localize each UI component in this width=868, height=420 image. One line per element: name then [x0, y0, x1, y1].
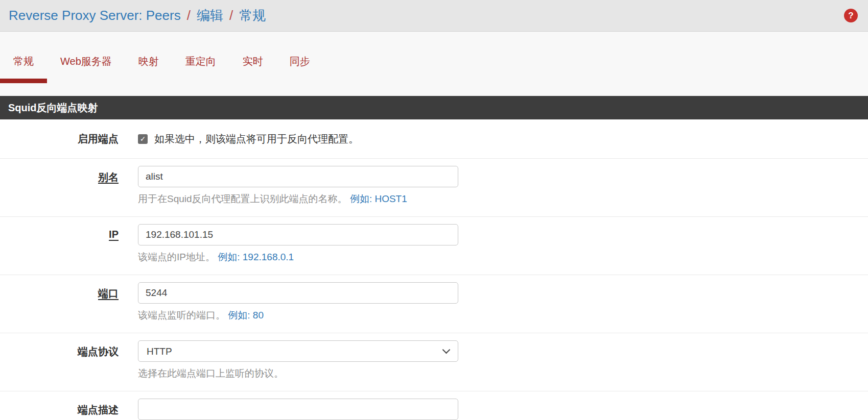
breadcrumb-link-general[interactable]: 常规 — [239, 7, 266, 24]
tab-sync[interactable]: 同步 — [276, 55, 323, 83]
ip-help-text: 该端点的IP地址。 — [138, 252, 215, 262]
port-label: 端口 — [0, 282, 127, 322]
protocol-label: 端点协议 — [0, 340, 127, 380]
form-row-description: 端点描述 端点的描述说明(可选) — [0, 391, 868, 420]
panel-body: 启用端点 ✓ 如果选中，则该端点将可用于反向代理配置。 别名 用于在Squid反… — [0, 119, 868, 420]
alias-input[interactable] — [138, 166, 458, 187]
alias-help-text: 用于在Squid反向代理配置上识别此端点的名称。 — [138, 193, 347, 204]
top-bar: Reverse Proxy Server: Peers / 编辑 / 常规 ? — [0, 0, 868, 32]
port-help-text: 该端点监听的端口。 — [138, 310, 225, 320]
tab-redirects[interactable]: 重定向 — [172, 55, 229, 83]
squid-peer-panel: Squid反向端点映射 启用端点 ✓ 如果选中，则该端点将可用于反向代理配置。 … — [0, 96, 868, 420]
tab-mappings[interactable]: 映射 — [125, 55, 172, 83]
ip-label-text: IP — [109, 229, 119, 240]
port-help: 该端点监听的端口。 例如: 80 — [138, 309, 458, 322]
form-row-protocol: 端点协议 HTTP 选择在此端点端口上监听的协议。 — [0, 333, 868, 391]
protocol-help: 选择在此端点端口上监听的协议。 — [138, 367, 458, 380]
form-row-port: 端口 该端点监听的端口。 例如: 80 — [0, 275, 868, 333]
ip-label: IP — [0, 224, 127, 264]
breadcrumb-link-peers[interactable]: Reverse Proxy Server: Peers — [9, 8, 181, 23]
help-icon[interactable]: ? — [844, 9, 858, 22]
enable-checkbox-label: 如果选中，则该端点将可用于反向代理配置。 — [154, 132, 359, 146]
form-row-enable: 启用端点 ✓ 如果选中，则该端点将可用于反向代理配置。 — [0, 119, 868, 158]
breadcrumb: Reverse Proxy Server: Peers / 编辑 / 常规 — [9, 7, 266, 24]
tab-bar: 常规 Web服务器 映射 重定向 实时 同步 — [0, 55, 868, 83]
alias-label-text: 别名 — [98, 171, 119, 183]
port-input[interactable] — [138, 282, 458, 304]
breadcrumb-separator: / — [187, 8, 191, 23]
alias-example-link[interactable]: 例如: HOST1 — [350, 193, 407, 204]
panel-title: Squid反向端点映射 — [0, 96, 868, 119]
ip-input[interactable] — [138, 224, 458, 245]
port-example-link[interactable]: 例如: 80 — [228, 310, 264, 320]
protocol-help-text: 选择在此端点端口上监听的协议。 — [138, 368, 284, 379]
form-row-alias: 别名 用于在Squid反向代理配置上识别此端点的名称。 例如: HOST1 — [0, 158, 868, 216]
breadcrumb-separator: / — [229, 8, 233, 23]
description-label: 端点描述 — [0, 399, 127, 420]
enable-label: 启用端点 — [0, 132, 127, 146]
breadcrumb-link-edit[interactable]: 编辑 — [197, 7, 223, 24]
ip-help: 该端点的IP地址。 例如: 192.168.0.1 — [138, 251, 458, 264]
alias-label: 别名 — [0, 166, 127, 206]
tab-real-time[interactable]: 实时 — [229, 55, 276, 83]
tab-web-server[interactable]: Web服务器 — [47, 55, 125, 83]
form-row-ip: IP 该端点的IP地址。 例如: 192.168.0.1 — [0, 216, 868, 275]
protocol-select[interactable]: HTTP — [138, 340, 458, 362]
port-label-text: 端口 — [98, 288, 119, 299]
description-input[interactable] — [138, 399, 458, 420]
alias-help: 用于在Squid反向代理配置上识别此端点的名称。 例如: HOST1 — [138, 192, 458, 206]
ip-example-link[interactable]: 例如: 192.168.0.1 — [218, 252, 294, 262]
enable-checkbox[interactable]: ✓ — [138, 134, 148, 144]
tab-general[interactable]: 常规 — [0, 55, 47, 83]
